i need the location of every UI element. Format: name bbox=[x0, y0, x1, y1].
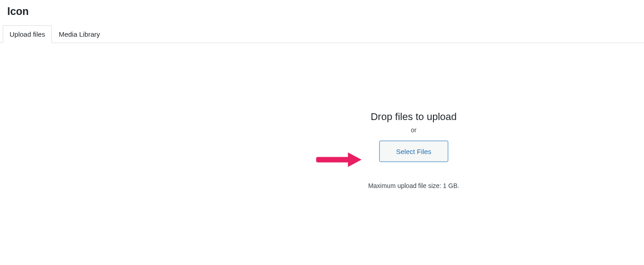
drop-instructions-text: Drop files to upload bbox=[368, 111, 459, 122]
tab-media-library[interactable]: Media Library bbox=[52, 25, 107, 43]
tabs-list: Upload files Media Library bbox=[0, 25, 644, 43]
or-text: or bbox=[368, 126, 459, 133]
tab-upload-files[interactable]: Upload files bbox=[3, 25, 52, 43]
svg-marker-1 bbox=[348, 152, 361, 167]
page-title: Icon bbox=[0, 0, 644, 18]
tabs-bar: Upload files Media Library bbox=[0, 25, 644, 43]
select-files-button[interactable]: Select Files bbox=[379, 140, 448, 162]
upload-content-area: Drop files to upload or Select Files Max… bbox=[0, 43, 644, 261]
uploader-ui: Drop files to upload or Select Files Max… bbox=[368, 111, 459, 189]
max-upload-size-text: Maximum upload file size: 1 GB. bbox=[368, 182, 459, 189]
annotation-arrow-icon bbox=[316, 150, 361, 169]
